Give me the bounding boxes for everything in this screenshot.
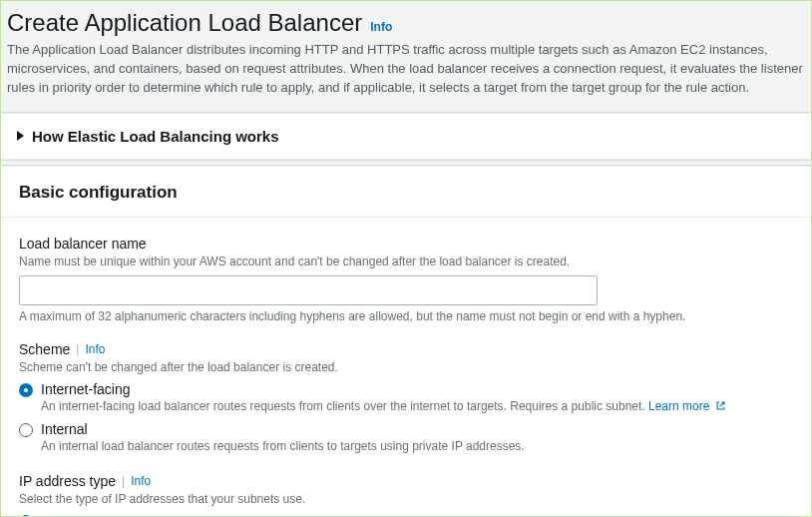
- scheme-option-internal[interactable]: Internal An internal load balancer route…: [19, 421, 793, 455]
- external-link-icon: [715, 400, 726, 411]
- basic-configuration-panel: Basic configuration Load balancer name N…: [1, 166, 811, 517]
- learn-more-link[interactable]: Learn more: [648, 399, 726, 413]
- radio-content: Internal An internal load balancer route…: [41, 421, 793, 455]
- ip-type-option-ipv4[interactable]: IPv4 Recommended for internal load balan…: [19, 513, 793, 517]
- header-section: Create Application Load Balancer Info Th…: [1, 1, 811, 113]
- radio-label[interactable]: Internet-facing: [41, 381, 793, 397]
- radio-label[interactable]: IPv4: [41, 513, 793, 517]
- lb-name-input[interactable]: [19, 275, 598, 305]
- radio-icon[interactable]: [19, 423, 33, 437]
- ip-type-help: Select the type of IP addresses that you…: [19, 491, 793, 507]
- panel-body: Load balancer name Name must be unique w…: [1, 218, 811, 517]
- scheme-label-row: Scheme | Info: [19, 341, 793, 357]
- divider-pipe: |: [76, 342, 79, 356]
- divider-pipe: |: [122, 474, 125, 488]
- page-description: The Application Load Balancer distribute…: [7, 41, 805, 98]
- expandable-header[interactable]: How Elastic Load Balancing works: [17, 128, 795, 145]
- lb-name-group: Load balancer name Name must be unique w…: [19, 236, 793, 323]
- radio-icon[interactable]: [19, 383, 33, 397]
- scheme-label: Scheme: [19, 341, 70, 357]
- radio-description: An internal load balancer routes request…: [41, 438, 793, 455]
- panel-title: Basic configuration: [19, 183, 793, 203]
- radio-description: An internet-facing load balancer routes …: [41, 398, 793, 415]
- panel-header: Basic configuration: [1, 167, 811, 218]
- radio-desc-text: An internet-facing load balancer routes …: [41, 399, 645, 413]
- lb-name-help: Name must be unique within your AWS acco…: [19, 254, 793, 269]
- expandable-title: How Elastic Load Balancing works: [32, 128, 279, 145]
- scheme-help: Scheme can't be changed after the load b…: [19, 359, 793, 375]
- radio-content: IPv4 Recommended for internal load balan…: [41, 513, 793, 517]
- page-title: Create Application Load Balancer: [7, 9, 362, 37]
- scheme-info-link[interactable]: Info: [85, 342, 105, 356]
- expandable-how-it-works[interactable]: How Elastic Load Balancing works: [1, 113, 811, 160]
- radio-content: Internet-facing An internet-facing load …: [41, 381, 793, 415]
- chevron-right-icon: [17, 131, 24, 141]
- ip-type-label: IP address type: [19, 473, 116, 489]
- scheme-option-internet-facing[interactable]: Internet-facing An internet-facing load …: [19, 381, 793, 415]
- info-link-header[interactable]: Info: [370, 20, 392, 34]
- ip-type-info-link[interactable]: Info: [131, 474, 151, 488]
- ip-type-label-row: IP address type | Info: [19, 473, 793, 489]
- lb-name-constraint: A maximum of 32 alphanumeric characters …: [19, 309, 793, 323]
- scheme-group: Scheme | Info Scheme can't be changed af…: [19, 341, 793, 455]
- radio-label[interactable]: Internal: [41, 421, 793, 437]
- lb-name-label: Load balancer name: [19, 236, 793, 252]
- page-title-row: Create Application Load Balancer Info: [7, 9, 805, 37]
- ip-type-group: IP address type | Info Select the type o…: [19, 473, 793, 518]
